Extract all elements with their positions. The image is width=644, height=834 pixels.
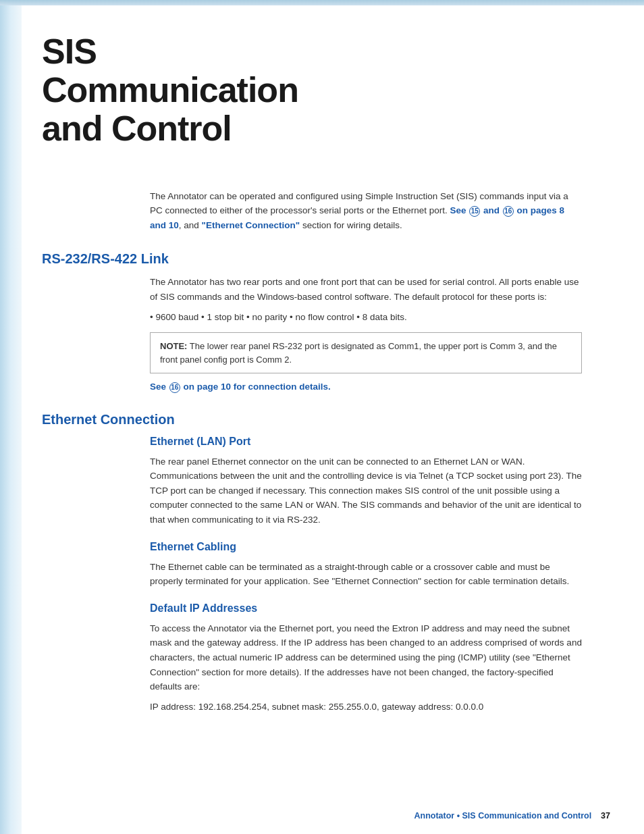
- rs232-body: The Annotator has two rear ports and one…: [150, 275, 582, 392]
- default-ip-before: To access the Annotator via the Ethernet…: [150, 623, 582, 662]
- circled-15: 15: [469, 206, 480, 217]
- rs232-bullets: • 9600 baud • 1 stop bit • no parity • n…: [150, 310, 582, 325]
- intro-section-text: section for wiring details.: [300, 220, 402, 230]
- default-ip-body: To access the Annotator via the Ethernet…: [150, 621, 582, 694]
- ethernet-heading: Ethernet Connection: [42, 412, 610, 427]
- footer-text: Annotator • SIS Communication and Contro…: [414, 811, 591, 820]
- title-line1: SIS: [42, 32, 97, 71]
- top-gradient-bar: [0, 0, 644, 5]
- lan-heading: Ethernet (LAN) Port: [150, 436, 582, 448]
- note-box: NOTE: The lower rear panel RS-232 port i…: [150, 332, 582, 373]
- page-footer: Annotator • SIS Communication and Contro…: [414, 811, 610, 820]
- page-title: SIS Communication and Control: [42, 32, 610, 149]
- lan-port-section: Ethernet (LAN) Port The rear panel Ether…: [150, 436, 582, 527]
- intro-paragraph: The Annotator can be operated and config…: [150, 189, 582, 233]
- ethernet-body: Ethernet (LAN) Port The rear panel Ether…: [150, 436, 582, 714]
- ethernet-cabling-section: Ethernet Cabling The Ethernet cable can …: [150, 541, 582, 589]
- rs232-description: The Annotator has two rear ports and one…: [150, 275, 582, 304]
- circled-16: 16: [503, 206, 514, 217]
- title-line2: Communication: [42, 70, 298, 109]
- cabling-after: section for cable termination details.: [421, 576, 569, 586]
- ip-address-line: IP address: 192.168.254.254, subnet mask…: [150, 700, 582, 714]
- circled-16-2: 16: [169, 382, 180, 393]
- cabling-body: The Ethernet cable can be terminated as …: [150, 560, 582, 589]
- see-text: See: [150, 382, 169, 392]
- ethernet-connection-link-1[interactable]: "Ethernet Connection": [202, 220, 300, 230]
- default-ip-after: section for more details). If the addres…: [150, 667, 554, 692]
- title-line3: and Control: [42, 109, 232, 148]
- intro-comma-and: , and: [179, 220, 202, 230]
- note-text-content: The lower rear panel RS-232 port is desi…: [160, 341, 557, 365]
- see-page-10-link[interactable]: See 16 on page 10 for connection details…: [150, 382, 582, 392]
- ethernet-connection-link-2[interactable]: "Ethernet Connection": [331, 576, 421, 586]
- cabling-heading: Ethernet Cabling: [150, 541, 582, 553]
- rs232-section: RS-232/RS-422 Link The Annotator has two…: [42, 251, 610, 392]
- default-ip-heading: Default IP Addresses: [150, 602, 582, 615]
- rs232-heading: RS-232/RS-422 Link: [42, 251, 610, 267]
- page-number: 37: [601, 811, 610, 820]
- see-rest: on page 10 for connection details: [181, 382, 328, 392]
- ethernet-section: Ethernet Connection Ethernet (LAN) Port …: [42, 412, 610, 714]
- default-ip-section: Default IP Addresses To access the Annot…: [150, 602, 582, 714]
- note-label: NOTE:: [160, 341, 187, 351]
- left-accent-bar: [0, 5, 22, 834]
- lan-body: The rear panel Ethernet connector on the…: [150, 454, 582, 527]
- intro-section: The Annotator can be operated and config…: [150, 189, 582, 233]
